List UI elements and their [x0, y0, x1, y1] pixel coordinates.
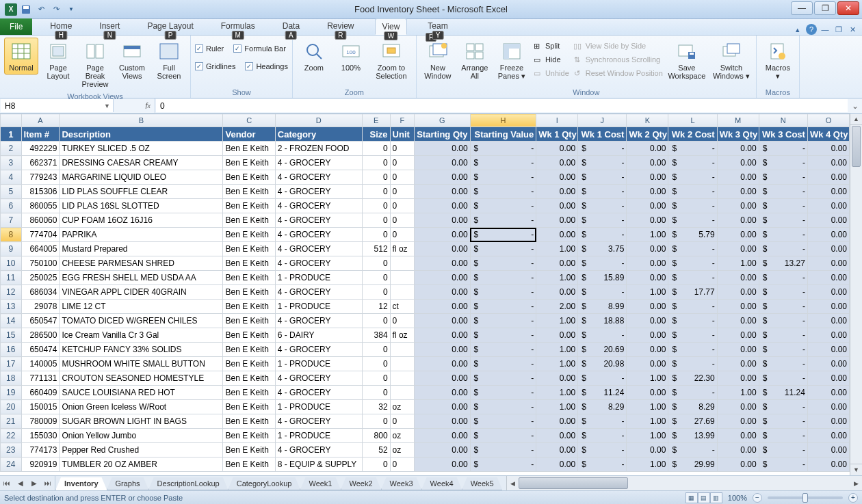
cell[interactable]: 0.00	[415, 285, 470, 300]
hide-button[interactable]: ▭Hide	[532, 53, 569, 66]
cell[interactable]: $-	[759, 457, 807, 472]
cell[interactable]: 0	[362, 457, 390, 472]
cell[interactable]: 0.00	[536, 328, 578, 343]
cell[interactable]: ct	[390, 300, 415, 314]
formula-input[interactable]: 0	[156, 99, 848, 112]
cell[interactable]: 1.00	[536, 400, 578, 414]
cell[interactable]: 0.00	[415, 156, 470, 170]
cell[interactable]: Ben E Keith	[223, 256, 275, 271]
cell[interactable]: $15.89	[578, 271, 627, 285]
cell[interactable]: TOMATO DICED W/GREEN CHILES	[60, 314, 223, 328]
row-header[interactable]: 1	[1, 127, 22, 142]
cell[interactable]: 0.00	[717, 343, 759, 357]
column-header[interactable]: H	[470, 114, 536, 127]
row-header[interactable]: 5	[1, 185, 22, 199]
cell[interactable]: $-	[578, 185, 627, 199]
row-header[interactable]: 15	[1, 328, 22, 343]
cell[interactable]: $-	[759, 185, 807, 199]
cell[interactable]: $29.99	[668, 457, 717, 472]
cell[interactable]: PAPRIKA	[60, 228, 223, 242]
cell[interactable]: $13.27	[759, 256, 807, 271]
cell[interactable]: Ben E Keith	[223, 271, 275, 285]
cell[interactable]: 0.00	[717, 185, 759, 199]
normal-view-button[interactable]: Normal	[4, 38, 38, 75]
qat-save-icon[interactable]	[19, 3, 33, 16]
column-header[interactable]: K	[627, 114, 668, 127]
cell[interactable]: LID PLAS 16SL SLOTTED	[60, 199, 223, 213]
row-header[interactable]: 10	[1, 256, 22, 271]
cell[interactable]: 771131	[21, 371, 60, 386]
cell[interactable]: Ben E Keith	[223, 386, 275, 400]
cell[interactable]: 0	[362, 414, 390, 429]
cell[interactable]: 1.00	[627, 371, 668, 386]
table-header-cell[interactable]: Description	[60, 127, 223, 142]
cell[interactable]: 0	[362, 314, 390, 328]
cell[interactable]: 0.00	[807, 199, 849, 213]
cell[interactable]: $-	[759, 328, 807, 343]
cell[interactable]: 0.00	[807, 156, 849, 170]
cell[interactable]: 0	[390, 457, 415, 472]
cell[interactable]: 384	[362, 328, 390, 343]
cell[interactable]: 0.00	[717, 300, 759, 314]
cell[interactable]: 0	[362, 343, 390, 357]
grid-table[interactable]: ABCDEFGHIJKLMNO 1Item #DescriptionVendor…	[0, 114, 850, 472]
cell[interactable]: 0.00	[415, 199, 470, 213]
fx-button[interactable]: fx	[114, 98, 155, 113]
cell[interactable]: 664005	[21, 242, 60, 256]
cell[interactable]: $-	[759, 271, 807, 285]
cell[interactable]: Ben E Keith	[223, 213, 275, 228]
cell[interactable]: 0.00	[807, 300, 849, 314]
cell[interactable]: 0.00	[536, 414, 578, 429]
cell[interactable]	[390, 343, 415, 357]
close-button[interactable]: ✕	[837, 1, 859, 15]
cell[interactable]: 4 - GROCERY	[275, 156, 362, 170]
cell[interactable]: 0.00	[536, 213, 578, 228]
cell[interactable]: 800	[362, 429, 390, 443]
formula-bar-checkbox[interactable]: ✓Formula Bar	[233, 42, 286, 55]
cell[interactable]: $-	[470, 256, 536, 271]
column-header[interactable]: M	[717, 114, 759, 127]
cell[interactable]: Pepper Red Crushed	[60, 443, 223, 457]
cell[interactable]: 0.00	[627, 242, 668, 256]
sheet-tab[interactable]: Graphs	[107, 477, 149, 490]
cell[interactable]: $-	[668, 386, 717, 400]
freeze-panes-button[interactable]: Freeze Panes ▾	[495, 38, 529, 83]
cell[interactable]: 0.00	[807, 285, 849, 300]
custom-views-button[interactable]: Custom Views	[115, 38, 149, 83]
cell[interactable]: 0.00	[415, 228, 470, 242]
cell[interactable]: $20.69	[578, 343, 627, 357]
cell[interactable]: 4 - GROCERY	[275, 242, 362, 256]
row-header[interactable]: 8	[1, 228, 22, 242]
cell[interactable]: 0.00	[807, 357, 849, 371]
cell[interactable]: 0.00	[627, 357, 668, 371]
cell[interactable]: 0.00	[807, 242, 849, 256]
cell[interactable]: 4 - GROCERY	[275, 213, 362, 228]
cell[interactable]: Ben E Keith	[223, 429, 275, 443]
cell[interactable]: 0.00	[536, 228, 578, 242]
cell[interactable]: $-	[759, 357, 807, 371]
cell[interactable]: $-	[668, 156, 717, 170]
cell[interactable]: 1.00	[536, 357, 578, 371]
cell[interactable]: 0.00	[627, 142, 668, 156]
cell[interactable]: Onion Yellow Jumbo	[60, 429, 223, 443]
row-header[interactable]: 16	[1, 343, 22, 357]
cell[interactable]: 0.00	[717, 285, 759, 300]
cell[interactable]: 1.00	[536, 386, 578, 400]
cell[interactable]: 1 - PRODUCE	[275, 400, 362, 414]
cell[interactable]: 4 - GROCERY	[275, 199, 362, 213]
cell[interactable]: 0.00	[807, 228, 849, 242]
table-header-cell[interactable]: Size	[362, 127, 390, 142]
cell[interactable]: $-	[759, 371, 807, 386]
cell[interactable]: 0.00	[717, 213, 759, 228]
cell[interactable]: 8 - EQUIP & SUPPLY	[275, 457, 362, 472]
cell[interactable]: $11.24	[759, 386, 807, 400]
cell[interactable]: 1.00	[627, 285, 668, 300]
cell[interactable]: Ben E Keith	[223, 285, 275, 300]
cell[interactable]: $-	[668, 300, 717, 314]
arrange-all-button[interactable]: Arrange All	[458, 38, 492, 83]
cell[interactable]: 1 - PRODUCE	[275, 357, 362, 371]
cell[interactable]	[390, 357, 415, 371]
cell[interactable]: 4 - GROCERY	[275, 414, 362, 429]
table-header-cell[interactable]: Wk 2 Qty	[627, 127, 668, 142]
cell[interactable]: 0.00	[627, 443, 668, 457]
